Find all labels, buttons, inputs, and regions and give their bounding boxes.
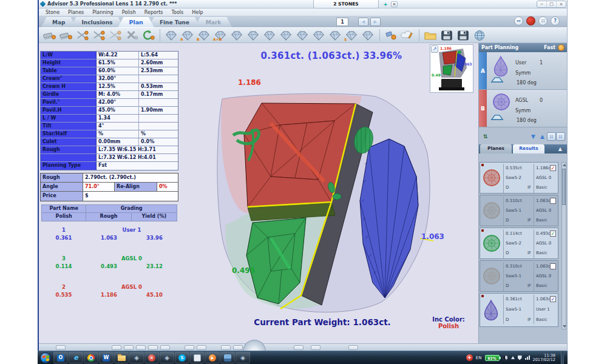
part-entry-blue[interactable]: 1User 1 0.3611.06333.96 (41, 226, 177, 242)
network-tray-icon[interactable] (525, 356, 530, 360)
tab-map[interactable]: Map (41, 17, 76, 27)
symmetry-icon[interactable] (490, 75, 504, 86)
dotted-scissors-tool-icon[interactable] (75, 29, 90, 42)
result-checkbox[interactable] (550, 263, 556, 269)
result-checkbox[interactable]: ✓ (550, 296, 556, 302)
tray-expand-icon[interactable] (511, 356, 515, 359)
prev-page-button[interactable]: ◀ (358, 18, 368, 26)
cloud-edit-tool-icon[interactable] (399, 29, 415, 42)
taskbar-skype-icon[interactable]: S (175, 352, 189, 363)
help-button[interactable]: ? (551, 16, 560, 25)
status-mini-button[interactable] (185, 345, 194, 350)
status-mini-button[interactable] (136, 345, 146, 350)
status-mini-button[interactable] (348, 345, 358, 350)
taskbar-photos-icon[interactable] (220, 352, 235, 363)
next-page-button[interactable]: ▶ (370, 18, 381, 26)
part-tool-split-top-icon[interactable] (229, 29, 244, 42)
menu-item-help[interactable]: Help (188, 10, 207, 15)
tab-plan[interactable]: Plan (118, 17, 154, 27)
part-tool-split-bottom-icon[interactable] (245, 29, 260, 42)
part-tool-allocate-icon[interactable] (294, 29, 310, 42)
globe-button[interactable] (472, 29, 487, 42)
part-tool-flower-icon[interactable] (360, 29, 375, 42)
show-desktop-button[interactable] (561, 351, 564, 364)
measure-saw-tool-icon[interactable] (42, 29, 57, 42)
status-mini-button[interactable] (160, 345, 170, 350)
cutter-tool-icon[interactable] (107, 29, 123, 42)
taskbar-chrome-icon[interactable] (84, 352, 98, 363)
status-mini-button[interactable] (148, 345, 158, 350)
part-tool-b-icon[interactable]: B (196, 29, 211, 42)
panel-collapse-icon[interactable]: ▲ (558, 146, 562, 152)
battery-indicator[interactable]: 92% (485, 355, 500, 361)
stones-tab[interactable]: 2 STONES (313, 0, 379, 8)
thumbnail-expand-icon[interactable]: ↗ (431, 46, 438, 53)
antivirus-tray-icon[interactable]: + (466, 354, 473, 361)
close-button[interactable]: × (557, 1, 566, 7)
status-mini-button[interactable] (233, 345, 243, 350)
collapse-up-icon[interactable]: ▲ (538, 132, 547, 141)
status-mini-button[interactable] (197, 345, 206, 350)
open-folder-button[interactable] (422, 29, 438, 42)
part-entry-green[interactable]: 3AGSL 0 0.1140.49323.12 (41, 255, 177, 271)
scissors-tool-icon[interactable] (91, 29, 106, 42)
expand-grid-icon[interactable]: ∷ (556, 132, 565, 141)
result-checkbox[interactable] (550, 198, 556, 204)
status-mini-button[interactable] (294, 345, 304, 350)
status-mini-button[interactable] (221, 345, 231, 350)
part-tool-dot-icon[interactable] (278, 29, 293, 42)
part-tool-price-icon[interactable]: $ (344, 29, 359, 42)
security-tray-icon[interactable] (518, 356, 522, 360)
result-row[interactable]: 0.535ct 1.186ct Saw5-2 AGSL 0 D IF Basic… (480, 162, 558, 194)
clock[interactable]: 11:39 2017/02/12 (533, 354, 555, 362)
part-entry-red[interactable]: 2AGSL 0 0.5351.18645.10 (41, 283, 177, 299)
close-stone-icon[interactable]: × (391, 1, 398, 7)
part-section-a[interactable]: A User 1 Symm 180 deg (479, 52, 567, 90)
result-row[interactable]: 0.114ct 0.493ct Saw5-2 AGSL 0 D IF Basic… (480, 228, 558, 259)
compare-arrows-button[interactable]: ↔ (514, 16, 523, 25)
start-button[interactable] (40, 352, 51, 363)
part-tool-a-icon[interactable]: A (180, 29, 195, 42)
menu-item-polish[interactable]: Polish (118, 10, 140, 15)
delete-plan-tool-icon[interactable] (124, 29, 139, 42)
taskbar-outlook-icon[interactable]: O (53, 352, 68, 363)
part-tool-ab-icon[interactable]: A+B (212, 29, 228, 42)
result-checkbox[interactable]: ✓ (550, 165, 556, 171)
undo-plan-tool-icon[interactable] (140, 29, 155, 42)
tab-results[interactable]: Results (513, 144, 544, 153)
moon-tray-icon[interactable] (503, 355, 508, 360)
taskbar-diamond-app-icon[interactable]: ◈ (129, 352, 144, 363)
part-tool-slash-icon[interactable] (262, 29, 277, 42)
menu-item-planes[interactable]: Planes (64, 10, 88, 15)
result-checkbox[interactable]: ✓ (550, 231, 556, 237)
save-button[interactable] (439, 29, 454, 42)
tab-fine-tune[interactable]: Fine Tune (149, 17, 200, 27)
realign-button[interactable]: Re-Align (115, 183, 157, 191)
sort-icon[interactable]: ⇅ (481, 132, 490, 141)
tab-mark[interactable]: Mark (195, 17, 232, 27)
part-tool-plain-icon[interactable] (163, 29, 178, 42)
taskbar-ie-icon[interactable]: e (69, 352, 83, 363)
tab-planes[interactable]: Planes (480, 144, 512, 153)
taskbar-media-icon[interactable]: ▶ (205, 352, 220, 363)
symmetry-icon[interactable] (490, 112, 504, 124)
record-button[interactable] (526, 16, 535, 25)
menu-item-reports[interactable]: Reports (140, 10, 168, 15)
maximize-button[interactable]: □ (547, 1, 557, 7)
taskbar-diamond-app-icon[interactable]: ◈ (160, 352, 174, 363)
taskbar-word-icon[interactable]: W (99, 352, 114, 363)
scrollbar-thumb[interactable] (562, 169, 566, 205)
plan-thumbnail[interactable]: 1.186 0.49 063 ↗ (430, 44, 473, 93)
add-stone-icon[interactable]: + (382, 1, 388, 7)
result-row[interactable]: 0.310ct 1.063ct Saw5-1 AGSL 0 D IF Basic (480, 260, 558, 292)
taskbar-diamond-app-icon[interactable]: ◈ (236, 352, 250, 363)
layout-grid-button[interactable]: ∷ (538, 16, 548, 25)
tab-inclusions[interactable]: Inclusions (70, 17, 123, 27)
result-row[interactable]: 0.361ct 1.063ct Saw5-1 User 1 D IF Basic… (480, 293, 558, 327)
part-tool-twin-icon[interactable] (311, 29, 326, 42)
result-row[interactable]: 0.310ct 1.063ct Saw5-1 AGSL 0 D IF Basic (480, 195, 558, 226)
menu-item-tools[interactable]: Tools (168, 10, 188, 15)
language-indicator[interactable]: EN (476, 356, 482, 360)
taskbar-explorer-icon[interactable] (114, 352, 129, 363)
status-mini-button[interactable] (311, 345, 320, 350)
